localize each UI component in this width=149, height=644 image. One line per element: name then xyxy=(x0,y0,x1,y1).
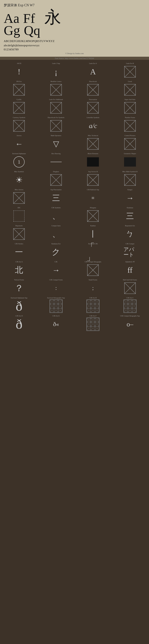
cell-symbol-30: ≡ xyxy=(86,192,99,204)
cell-label-40: CJK Strokes xyxy=(15,243,23,245)
cell-symbol-49: ： xyxy=(50,282,63,295)
font-title: 梦源宋体 Exp CN W7 xyxy=(4,3,145,8)
grid-cell-43: CJK Compatアパート xyxy=(112,241,148,259)
cell-label-35: Katakana xyxy=(127,207,133,209)
cell-label-24: Misc Symbols xyxy=(14,171,24,173)
cell-symbol-22 xyxy=(86,156,99,168)
grid-cell-34: Hiragana xyxy=(75,205,111,223)
cell-label-59: CJK Compat Ideographs Sup xyxy=(120,315,140,317)
cell-symbol-53 xyxy=(50,300,63,313)
cell-symbol-59: о– xyxy=(123,318,136,331)
grid-cell-58: CJK Ext F xyxy=(75,314,111,331)
cell-label-45: CJK xyxy=(55,261,58,263)
grid-cell-54: CJK Ext B xyxy=(75,296,111,313)
cell-symbol-15 xyxy=(123,119,136,132)
grid-cell-56: CJK Ext Dð xyxy=(1,314,37,331)
cell-symbol-23 xyxy=(123,156,136,168)
cell-label-30: CJK Radicals Sup xyxy=(87,189,99,191)
cell-label-3: Latin Ext B xyxy=(126,62,134,64)
cell-label-13: Diacriticals For Symbols xyxy=(48,116,64,118)
grid-cell-24: Misc Symbols☀ xyxy=(1,169,37,187)
cell-label-53: Enclosed Ideographic Sup xyxy=(47,297,65,299)
grid-cell-59: CJK Compat Ideographs Supо– xyxy=(112,314,148,331)
cell-symbol-57: ð« xyxy=(50,318,63,331)
cell-symbol-12 xyxy=(13,119,26,132)
cell-label-22: Block Elements xyxy=(88,153,98,155)
cell-symbol-14: a/c xyxy=(86,119,99,132)
grid-cell-5: Modifier Letters xyxy=(38,79,75,97)
cell-label-55: CJK Ext C xyxy=(126,297,133,299)
cell-label-33: CJK Symbols xyxy=(51,207,61,209)
cell-symbol-36 xyxy=(13,228,26,240)
cell-symbol-46 xyxy=(86,264,99,277)
cell-symbol-42: 「 」 xyxy=(86,246,99,258)
cell-label-31: Kangxi xyxy=(127,189,133,191)
grid-cell-38: Kanbun丨 xyxy=(75,223,111,241)
grid-cell-7: Greek xyxy=(112,79,148,97)
cell-symbol-38: 丨 xyxy=(86,228,99,240)
cell-symbol-28 xyxy=(13,192,26,204)
grid-cell-12: Currency Symbols xyxy=(1,115,37,133)
cell-label-43: CJK Compat xyxy=(125,243,134,245)
grid-cell-8: Cyrillic xyxy=(1,97,37,115)
grid-cell-47: Alphabetic PFff xyxy=(112,259,148,277)
cell-label-44: CJK Ext A xyxy=(16,261,23,263)
grid-cell-46: CJK Compat Ideographs xyxy=(75,259,111,277)
cell-symbol-47: ff xyxy=(123,264,136,277)
cell-symbol-34 xyxy=(86,210,99,222)
cell-symbol-51 xyxy=(123,282,136,295)
cell-label-2: Latin Ext A xyxy=(89,62,97,64)
cell-label-48: Vertical Forms xyxy=(14,279,24,281)
cell-label-25: Dingbats xyxy=(53,171,59,173)
grid-cell-30: CJK Radicals Sup≡ xyxy=(75,187,111,205)
grid-cell-40: CJK Strokes一 xyxy=(1,241,37,259)
cell-label-57: CJK Ext E xyxy=(52,315,60,317)
grid-cell-29: Sup Punctuation三 xyxy=(38,187,75,205)
cell-symbol-21 xyxy=(50,156,63,168)
alphabet-lower: abcdefghijklmnopqrstuvwxyz xyxy=(4,43,145,48)
cell-label-54: CJK Ext B xyxy=(89,297,97,299)
cell-symbol-20: 1 xyxy=(13,156,26,168)
cell-label-50: Small Forms xyxy=(89,279,97,281)
cell-label-52: Enclosed Alphanum Sup xyxy=(11,297,27,299)
grid-cell-32: IDC xyxy=(1,205,37,223)
grid-cell-27: Misc Math Symbols B xyxy=(112,169,148,187)
grid-cell-3: Latin Ext B xyxy=(112,61,148,79)
cell-symbol-48: ？ xyxy=(13,282,26,295)
grid-cell-4: IPA Ext xyxy=(1,79,37,97)
cell-symbol-41: ク xyxy=(50,246,63,258)
cell-label-32: IDC xyxy=(18,207,21,209)
cell-symbol-8 xyxy=(13,101,26,114)
copyright: © Design by fontke.com xyxy=(4,52,145,55)
cell-label-1: Latin 1 Sup xyxy=(52,62,60,64)
cell-symbol-19 xyxy=(123,138,136,150)
grid-cell-15: Number Forms xyxy=(112,115,148,133)
cell-symbol-17: ▽ xyxy=(50,138,63,150)
grid-cell-17: Math Operators▽ xyxy=(38,133,75,151)
grid-cell-45: CJK→ xyxy=(38,259,75,277)
grid-cell-37: Compat Jamo、 xyxy=(38,223,75,241)
cell-symbol-26 xyxy=(86,174,99,186)
font-source: Font Source: http://www.fontke.com/font/… xyxy=(0,57,149,60)
cell-symbol-5 xyxy=(50,83,63,96)
cell-label-47: Alphabetic PF xyxy=(125,261,135,263)
header-section: 梦源宋体 Exp CN W7 Aa Ff 永 Gg Qq ABCDEFGHIJK… xyxy=(0,0,149,57)
cell-symbol-32 xyxy=(13,210,26,222)
grid-cell-50: Small Forms； xyxy=(75,278,111,295)
grid-cell-55: CJK Ext C xyxy=(112,296,148,313)
cell-label-56: CJK Ext D xyxy=(15,315,23,317)
cell-symbol-9 xyxy=(50,101,63,114)
grid-cell-52: Enclosed Alphanum Supð xyxy=(1,296,37,313)
cell-label-19: Control Pictures xyxy=(124,134,135,137)
grid-cell-22: Block Elements xyxy=(75,151,111,169)
grid-cell-31: Kangxi→ xyxy=(112,187,148,205)
grid-cell-0: ASCII! xyxy=(1,61,37,79)
cell-label-16: Arrows xyxy=(17,134,22,137)
cell-label-10: Punctuation xyxy=(89,98,97,100)
grid-cell-18: Misc Technical xyxy=(75,133,111,151)
cell-label-18: Misc Technical xyxy=(88,134,98,137)
grid-cell-36: Bopomofo xyxy=(1,223,37,241)
grid-cell-41: Katakana Extク xyxy=(38,241,75,259)
cell-symbol-54 xyxy=(86,300,99,313)
cell-label-21: Box Drawing xyxy=(51,153,61,155)
